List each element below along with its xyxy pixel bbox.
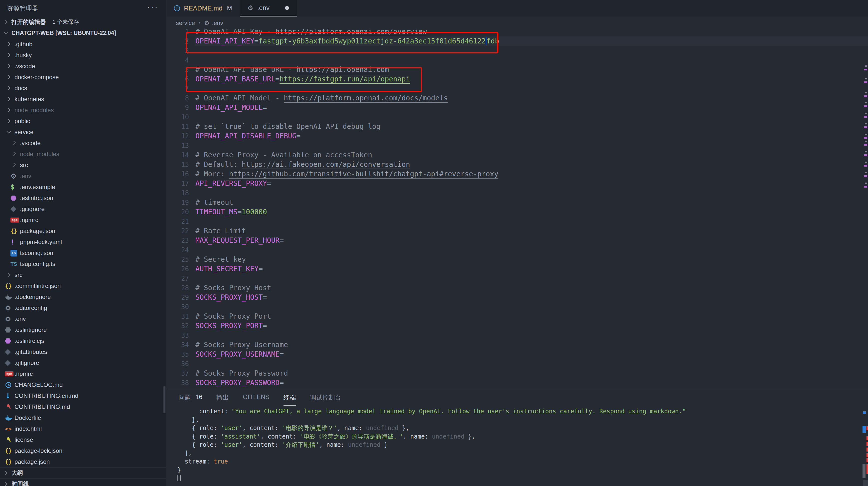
tree-file-.dockerignore[interactable]: .dockerignore — [0, 291, 166, 303]
tree-file-.eslintrc.cjs[interactable]: .eslintrc.cjs — [0, 335, 166, 346]
code-line-6[interactable]: 6OPENAI_API_BASE_URL=https://fastgpt.run… — [166, 75, 868, 84]
panel-tab-调试控制台[interactable]: 调试控制台 — [310, 388, 341, 405]
tree-file-.editorconfig[interactable]: ⚙.editorconfig — [0, 303, 166, 313]
code-line-28[interactable]: 28# Socks Proxy Host — [166, 283, 868, 293]
code-line-8[interactable]: 8# OpenAI API Model - https://platform.o… — [166, 93, 868, 103]
tree-file-.npmrc[interactable]: npm.npmrc — [0, 368, 166, 379]
code-line-31[interactable]: 31# Socks Proxy Port — [166, 312, 868, 321]
code-line-2[interactable]: 2OPENAI_API_KEY=fastgpt-y6b3axfbdd5wyp01… — [166, 36, 868, 46]
tree-file-.env[interactable]: ⚙.env — [0, 171, 166, 181]
tree-folder-service[interactable]: service — [0, 126, 166, 138]
chevron-down-icon — [2, 29, 9, 37]
tree-file-license[interactable]: license — [0, 434, 166, 445]
tree-folder-node_modules[interactable]: node_modules — [0, 105, 166, 116]
tree-file-tsup.config.ts[interactable]: TStsup.config.ts — [0, 258, 166, 269]
code-line-35[interactable]: 35SOCKS_PROXY_USERNAME= — [166, 350, 868, 359]
tree-file-.gitattributes[interactable]: .gitattributes — [0, 346, 166, 358]
terminal-output[interactable]: content: "You are ChatGPT, a large langu… — [178, 407, 686, 483]
timeline-section[interactable]: 时间线 — [0, 478, 166, 486]
unsaved-dot-icon[interactable] — [285, 6, 289, 10]
tab-env[interactable]: ⚙ .env — [240, 0, 297, 17]
tree-file-CONTRIBUTING.md[interactable]: CONTRIBUTING.md — [0, 401, 166, 412]
tree-file-package.json[interactable]: {}package.json — [0, 226, 166, 236]
code-line-25[interactable]: 25# Secret key — [166, 255, 868, 264]
tree-folder-.vscode[interactable]: .vscode — [0, 61, 166, 72]
tree-file-.eslintignore[interactable]: .eslintignore — [0, 324, 166, 335]
tab-readme-label: README.md — [184, 4, 223, 12]
tree-file-CONTRIBUTING.en.md[interactable]: ↓CONTRIBUTING.en.md — [0, 390, 166, 401]
code-line-4[interactable]: 4 — [166, 55, 868, 65]
panel-tab-GITLENS[interactable]: GITLENS — [243, 388, 270, 404]
code-line-22[interactable]: 22# Rate Limit — [166, 226, 868, 236]
tree-file-Dockerfile[interactable]: Dockerfile — [0, 412, 166, 423]
tree-folder-.github[interactable]: .github — [0, 39, 166, 50]
tree-folder-kubernetes[interactable]: kubernetes — [0, 94, 166, 105]
tree-file-package.json[interactable]: {}package.json — [0, 456, 166, 467]
panel-tab-终端[interactable]: 终端 — [283, 388, 296, 406]
tree-folder-.vscode[interactable]: .vscode — [0, 138, 166, 149]
tree-folder-src[interactable]: src — [0, 269, 166, 281]
tree-folder-node_modules[interactable]: node_modules — [0, 149, 166, 160]
tree-file-.gitignore[interactable]: .gitignore — [0, 204, 166, 215]
code-line-10[interactable]: 10 — [166, 112, 868, 122]
code-line-11[interactable]: 11# set `true` to disable OpenAI API deb… — [166, 122, 868, 131]
code-line-14[interactable]: 14# Reverse Proxy - Available on accessT… — [166, 150, 868, 160]
code-line-29[interactable]: 29SOCKS_PROXY_HOST= — [166, 293, 868, 302]
tree-file-index.html[interactable]: <>index.html — [0, 423, 166, 434]
code-line-33[interactable]: 33 — [166, 331, 868, 340]
code-editor[interactable]: 1# OpenAI API Key - https://platform.ope… — [166, 29, 868, 388]
tree-file-pnpm-lock.yaml[interactable]: !pnpm-lock.yaml — [0, 236, 166, 248]
tree-folder-src[interactable]: src — [0, 160, 166, 171]
tree-file-.gitignore[interactable]: .gitignore — [0, 358, 166, 368]
code-line-16[interactable]: 16# More: https://github.com/transitive-… — [166, 169, 868, 179]
tree-file-tsconfig.json[interactable]: TStsconfig.json — [0, 248, 166, 258]
tree-file-.npmrc[interactable]: npm.npmrc — [0, 215, 166, 226]
code-line-27[interactable]: 27 — [166, 274, 868, 283]
code-line-13[interactable]: 13 — [166, 141, 868, 150]
tree-item-label: .env.example — [20, 183, 55, 191]
code-line-32[interactable]: 32SOCKS_PROXY_PORT= — [166, 321, 868, 331]
code-line-7[interactable]: 7 — [166, 84, 868, 93]
code-line-37[interactable]: 37# Socks Proxy Password — [166, 369, 868, 378]
tree-file-.env.example[interactable]: $.env.example — [0, 181, 166, 193]
tree-folder-public[interactable]: public — [0, 116, 166, 126]
code-line-3[interactable]: 3 — [166, 46, 868, 55]
tree-folder-.husky[interactable]: .husky — [0, 50, 166, 61]
code-line-17[interactable]: 17API_REVERSE_PROXY= — [166, 179, 868, 188]
tree-folder-docker-compose[interactable]: docker-compose — [0, 72, 166, 83]
panel-tab-问题[interactable]: 问题16 — [179, 388, 203, 405]
code-line-30[interactable]: 30 — [166, 302, 868, 312]
code-line-20[interactable]: 20TIMEOUT_MS=100000 — [166, 207, 868, 217]
code-line-38[interactable]: 38SOCKS_PROXY_PASSWORD= — [166, 378, 868, 388]
outline-section[interactable]: 大纲 — [0, 467, 166, 478]
code-line-5[interactable]: 5# OpenAI API Base URL - https://api.ope… — [166, 65, 868, 75]
code-line-21[interactable]: 21 — [166, 217, 868, 226]
tree-file-CHANGELOG.md[interactable]: CHANGELOG.md — [0, 379, 166, 390]
more-actions-icon[interactable]: ··· — [147, 2, 158, 12]
code-line-9[interactable]: 9OPENAI_API_MODEL= — [166, 103, 868, 112]
code-line-34[interactable]: 34# Socks Proxy Username — [166, 340, 868, 350]
code-line-24[interactable]: 24 — [166, 245, 868, 255]
code-line-26[interactable]: 26AUTH_SECRET_KEY= — [166, 264, 868, 274]
code-line-36[interactable]: 36 — [166, 359, 868, 369]
explorer-header: 资源管理器 ··· — [0, 0, 166, 17]
tree-file-.env[interactable]: ⚙.env — [0, 313, 166, 324]
tree-file-.eslintrc.json[interactable]: .eslintrc.json — [0, 193, 166, 204]
breadcrumb-file[interactable]: .env — [212, 20, 223, 26]
tree-file-.commitlintrc.json[interactable]: {}.commitlintrc.json — [0, 281, 166, 291]
tree-file-package-lock.json[interactable]: {}package-lock.json — [0, 445, 166, 456]
open-editors-section[interactable]: 打开的编辑器 1 个未保存 — [0, 17, 166, 27]
tab-readme[interactable]: i README.md M — [166, 0, 240, 17]
code-line-19[interactable]: 19# timeout — [166, 198, 868, 207]
breadcrumb-folder[interactable]: service — [176, 20, 195, 26]
code-line-18[interactable]: 18 — [166, 188, 868, 198]
tree-folder-docs[interactable]: docs — [0, 83, 166, 94]
minimap[interactable] — [864, 29, 868, 388]
code-line-15[interactable]: 15# Default: https://ai.fakeopen.com/api… — [166, 160, 868, 169]
panel-tab-输出[interactable]: 输出 — [216, 388, 229, 405]
project-section[interactable]: CHATGPT-WEB [WSL: UBUNTU-22.04] — [0, 27, 166, 38]
code-line-12[interactable]: 12OPENAI_API_DISABLE_DEBUG= — [166, 131, 868, 141]
code-line-23[interactable]: 23MAX_REQUEST_PER_HOUR= — [166, 236, 868, 245]
sidebar-scrollbar[interactable] — [163, 386, 165, 413]
code-line-1[interactable]: 1# OpenAI API Key - https://platform.ope… — [166, 29, 868, 36]
